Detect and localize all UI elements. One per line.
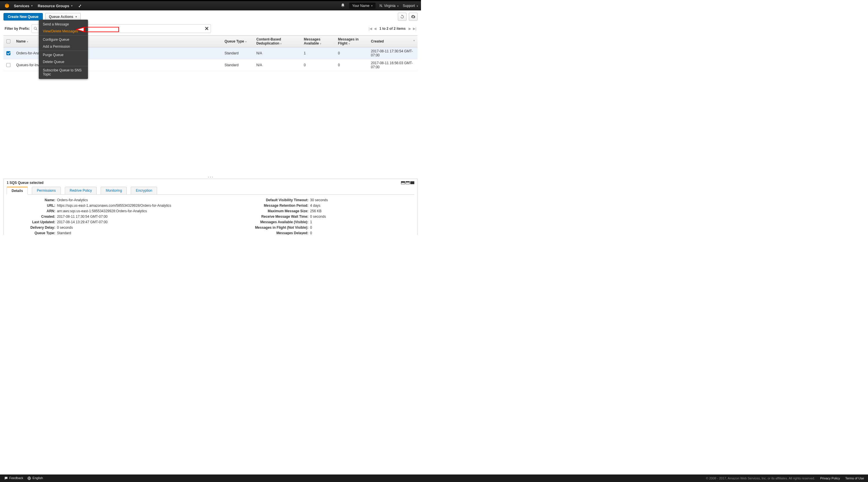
page-first-icon[interactable]: |◀ [369, 27, 372, 31]
select-all-checkbox[interactable] [6, 39, 10, 43]
detail-val: 0 seconds [57, 225, 73, 230]
chevron-down-icon: ▾ [397, 5, 399, 7]
col-created[interactable]: Created [371, 39, 384, 43]
detail-key: Messages in Flight (Not Visible): [252, 225, 310, 230]
tab-details[interactable]: Details [7, 187, 28, 195]
menu-view-delete-messages[interactable]: View/Delete Messages [39, 28, 88, 35]
aws-logo-icon[interactable] [4, 3, 10, 9]
chevron-down-icon: ▾ [31, 4, 33, 7]
col-type[interactable]: Queue Type [224, 39, 244, 43]
menu-subscribe-sns[interactable]: Subscribe Queue to SNS Topic [39, 67, 88, 78]
detail-key: Messages Delayed: [252, 230, 310, 235]
detail-val: 0 seconds [310, 214, 326, 220]
cell-avail: 1 [301, 47, 335, 59]
detail-key: Receive Message Wait Time: [252, 214, 310, 220]
detail-key: URL: [8, 203, 57, 208]
chevron-down-icon: ▾ [416, 5, 418, 7]
pin-icon[interactable] [78, 4, 82, 8]
col-dedup[interactable]: Content-Based Deduplication [256, 37, 281, 45]
detail-val: 4 days [310, 203, 320, 208]
col-avail[interactable]: Messages Available [304, 37, 320, 45]
detail-key: Created: [8, 214, 57, 220]
detail-val: https://sqs.us-east-1.amazonaws.com/5855… [57, 203, 171, 208]
col-name[interactable]: Name [16, 39, 26, 43]
tab-monitoring[interactable]: Monitoring [101, 187, 127, 195]
detail-val: 30 seconds [310, 197, 328, 203]
tab-permissions[interactable]: Permissions [32, 187, 60, 195]
chevron-down-icon: ▾ [371, 4, 373, 7]
menu-configure-queue[interactable]: Configure Queue [39, 36, 88, 43]
detail-key: Last Updated: [8, 220, 57, 225]
cell-dedup: N/A [253, 59, 301, 71]
settings-button[interactable] [409, 13, 417, 21]
splitter[interactable] [0, 175, 421, 179]
queue-actions-menu: Send a Message View/Delete Messages Conf… [39, 20, 88, 79]
menu-add-permission[interactable]: Add a Permission [39, 43, 88, 50]
cell-type: Standard [222, 47, 253, 59]
nav-resource-groups[interactable]: Resource Groups▾ [38, 4, 73, 8]
detail-val: 2017-08-11 17:30:54 GMT-07:00 [57, 214, 107, 220]
search-icon [34, 27, 38, 31]
cell-type: Standard [222, 59, 253, 71]
cell-inflight: 0 [335, 47, 368, 59]
cell-avail: 0 [301, 59, 335, 71]
layout-1-icon[interactable] [401, 181, 405, 184]
menu-delete-queue[interactable]: Delete Queue [39, 58, 88, 65]
panel-title: 1 SQS Queue selected [7, 181, 43, 185]
pager-text: 1 to 2 of 2 items [379, 27, 406, 31]
layout-3-icon[interactable] [410, 181, 414, 184]
detail-key: Maximum Message Size: [252, 208, 310, 214]
detail-val: 1 [310, 220, 312, 225]
details-panel: 1 SQS Queue selected Details Permissions… [3, 179, 417, 235]
tab-redrive[interactable]: Redrive Policy [65, 187, 97, 195]
detail-key: Delivery Delay: [8, 225, 57, 230]
filter-label: Filter by Prefix: [5, 27, 30, 31]
detail-key: Messages Available (Visible): [252, 220, 310, 225]
detail-key: Message Retention Period: [252, 203, 310, 208]
refresh-button[interactable] [398, 13, 406, 21]
detail-val: 256 KB [310, 208, 321, 214]
cell-inflight: 0 [335, 59, 368, 71]
layout-2-icon[interactable] [406, 181, 410, 184]
detail-val: 2017-08-14 13:29:47 GMT-07:00 [57, 220, 107, 225]
page-last-icon[interactable]: ▶| [413, 27, 416, 31]
page-next-icon[interactable]: ▶ [408, 27, 411, 31]
detail-key: ARN: [8, 208, 57, 214]
row-checkbox[interactable] [6, 63, 10, 67]
detail-val: 0 [310, 225, 312, 230]
detail-key: Queue Type: [8, 230, 57, 235]
nav-user[interactable]: Your Name▾ [349, 3, 376, 9]
chevron-down-icon: ▾ [71, 4, 73, 7]
pager: |◀ ◀ 1 to 2 of 2 items ▶ ▶| [369, 27, 416, 31]
detail-val: Standard [57, 230, 71, 235]
chevron-down-icon: ▾ [75, 15, 77, 18]
clear-icon[interactable]: ✕ [205, 26, 209, 32]
menu-send-message[interactable]: Send a Message [39, 21, 88, 28]
row-checkbox[interactable] [6, 51, 10, 55]
tab-encryption[interactable]: Encryption [131, 187, 157, 195]
page-prev-icon[interactable]: ◀ [374, 27, 376, 31]
menu-purge-queue[interactable]: Purge Queue [39, 52, 88, 58]
col-inflight[interactable]: Messages in Flight [338, 37, 359, 45]
nav-support[interactable]: Support▾ [403, 4, 418, 8]
cell-created: 2017-08-11 17:30:54 GMT-07:00 [368, 47, 417, 59]
detail-val: Orders-for-Analytics [57, 197, 88, 203]
detail-val: 0 [310, 230, 312, 235]
create-queue-button[interactable]: Create New Queue [3, 13, 43, 21]
tabs: Details Permissions Redrive Policy Monit… [7, 187, 414, 195]
detail-key: Name: [8, 197, 57, 203]
detail-key: Default Visibility Timeout: [252, 197, 310, 203]
detail-val: arn:aws:sqs:us-east-1:585534329928:Order… [57, 208, 147, 214]
bell-icon[interactable] [341, 3, 345, 9]
cell-created: 2017-08-11 16:56:03 GMT-07:00 [368, 59, 417, 71]
nav-region[interactable]: N. Virginia▾ [380, 4, 399, 8]
top-nav: Services▾ Resource Groups▾ Your Name▾ N.… [0, 0, 421, 10]
cell-dedup: N/A [253, 47, 301, 59]
nav-services[interactable]: Services▾ [14, 4, 33, 8]
